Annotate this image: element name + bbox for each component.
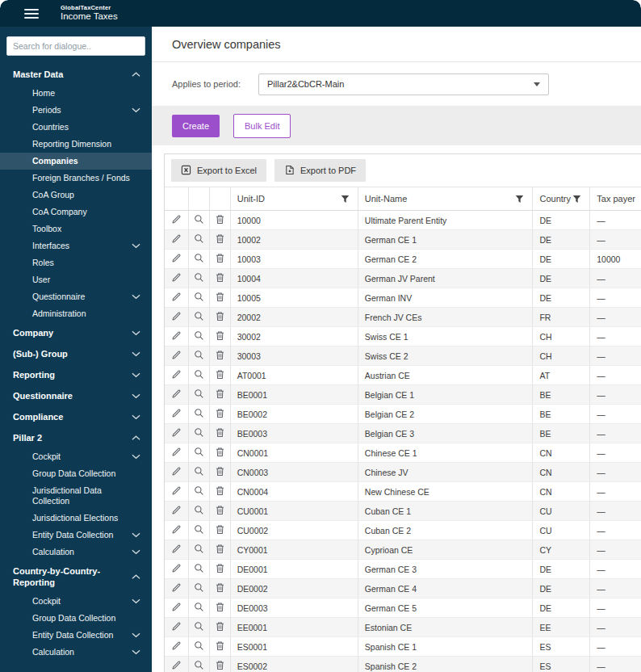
- edit-button[interactable]: [165, 269, 189, 288]
- edit-button[interactable]: [165, 211, 189, 229]
- view-button[interactable]: [189, 346, 210, 365]
- sidebar-item-user[interactable]: User: [0, 271, 152, 288]
- view-button[interactable]: [189, 366, 210, 384]
- delete-button[interactable]: [210, 288, 231, 307]
- sidebar-item-countries[interactable]: Countries: [0, 119, 152, 136]
- edit-button[interactable]: [165, 657, 189, 672]
- sidebar-item-cockpit[interactable]: Cockpit: [0, 448, 152, 465]
- sidebar-item-roles[interactable]: Roles: [0, 254, 152, 271]
- sidebar-item-interfaces[interactable]: Interfaces: [0, 237, 152, 254]
- delete-button[interactable]: [210, 443, 231, 462]
- view-button[interactable]: [189, 424, 210, 443]
- sidebar-section-company[interactable]: Company: [0, 322, 152, 343]
- delete-button[interactable]: [210, 521, 231, 540]
- edit-button[interactable]: [165, 366, 189, 384]
- view-button[interactable]: [189, 250, 210, 268]
- sidebar-section-reporting[interactable]: Reporting: [0, 364, 152, 385]
- sidebar-item-calculation[interactable]: Calculation: [0, 544, 152, 561]
- delete-button[interactable]: [210, 327, 231, 346]
- delete-button[interactable]: [210, 482, 231, 501]
- edit-button[interactable]: [165, 598, 189, 617]
- view-button[interactable]: [189, 385, 210, 404]
- edit-button[interactable]: [165, 618, 189, 636]
- delete-button[interactable]: [210, 560, 231, 578]
- view-button[interactable]: [189, 327, 210, 346]
- delete-button[interactable]: [210, 502, 231, 520]
- sidebar-item-entity-data-collection[interactable]: Entity Data Collection: [0, 627, 152, 644]
- sidebar-item-group-data-collection[interactable]: Group Data Collection: [0, 610, 152, 627]
- delete-button[interactable]: [210, 637, 231, 656]
- sidebar-section-questionnaire[interactable]: Questionnaire: [0, 385, 152, 406]
- edit-button[interactable]: [165, 579, 189, 598]
- delete-button[interactable]: [210, 385, 231, 404]
- edit-button[interactable]: [165, 405, 189, 423]
- sidebar-item-reporting-dimension[interactable]: Reporting Dimension: [0, 136, 152, 153]
- delete-button[interactable]: [210, 657, 231, 672]
- sidebar-item-entity-data-collection[interactable]: Entity Data Collection: [0, 527, 152, 544]
- view-button[interactable]: [189, 618, 210, 636]
- sidebar-item-coa-group[interactable]: CoA Group: [0, 187, 152, 204]
- view-button[interactable]: [189, 269, 210, 288]
- view-button[interactable]: [189, 211, 210, 229]
- edit-button[interactable]: [165, 385, 189, 404]
- edit-button[interactable]: [165, 443, 189, 462]
- view-button[interactable]: [189, 308, 210, 326]
- view-button[interactable]: [189, 405, 210, 423]
- sidebar-item-toolbox[interactable]: Toolbox: [0, 220, 152, 237]
- delete-button[interactable]: [210, 424, 231, 443]
- filter-icon[interactable]: [572, 195, 581, 204]
- edit-button[interactable]: [165, 482, 189, 501]
- edit-button[interactable]: [165, 502, 189, 520]
- delete-button[interactable]: [210, 346, 231, 365]
- sidebar-item-questionnaire[interactable]: Questionnaire: [0, 288, 152, 305]
- delete-button[interactable]: [210, 598, 231, 617]
- sidebar-section-compliance[interactable]: Compliance: [0, 406, 152, 427]
- sidebar-item-home[interactable]: Home: [0, 85, 152, 102]
- edit-button[interactable]: [165, 327, 189, 346]
- sidebar-section-master-data[interactable]: Master Data: [0, 64, 152, 85]
- delete-button[interactable]: [210, 308, 231, 326]
- filter-icon[interactable]: [341, 195, 350, 204]
- view-button[interactable]: [189, 463, 210, 481]
- delete-button[interactable]: [210, 366, 231, 384]
- view-button[interactable]: [189, 637, 210, 656]
- delete-button[interactable]: [210, 579, 231, 598]
- sidebar-section-pillar-2[interactable]: Pillar 2: [0, 427, 152, 448]
- view-button[interactable]: [189, 482, 210, 501]
- view-button[interactable]: [189, 443, 210, 462]
- sidebar-section-country-by-country-reporting[interactable]: Country-by-Country-Reporting: [0, 561, 152, 593]
- edit-button[interactable]: [165, 424, 189, 443]
- edit-button[interactable]: [165, 637, 189, 656]
- edit-button[interactable]: [165, 540, 189, 559]
- view-button[interactable]: [189, 230, 210, 249]
- export-to-excel-button[interactable]: Export to Excel: [171, 159, 266, 182]
- sidebar-item-cockpit[interactable]: Cockpit: [0, 593, 152, 610]
- view-button[interactable]: [189, 579, 210, 598]
- edit-button[interactable]: [165, 521, 189, 540]
- edit-button[interactable]: [165, 288, 189, 307]
- view-button[interactable]: [189, 657, 210, 672]
- sidebar-item-foreign-branches-fonds[interactable]: Foreign Branches / Fonds: [0, 170, 152, 187]
- delete-button[interactable]: [210, 230, 231, 249]
- export-to-pdf-button[interactable]: Export to PDF: [274, 159, 366, 182]
- sidebar-item-periods[interactable]: Periods: [0, 102, 152, 119]
- sidebar-item-administration[interactable]: Administration: [0, 305, 152, 322]
- view-button[interactable]: [189, 502, 210, 520]
- edit-button[interactable]: [165, 560, 189, 578]
- view-button[interactable]: [189, 540, 210, 559]
- hamburger-menu-icon[interactable]: [24, 6, 39, 21]
- sidebar-item-group-data-collection[interactable]: Group Data Collection: [0, 465, 152, 482]
- edit-button[interactable]: [165, 250, 189, 268]
- sidebar-item-jurisdictional-data-collection[interactable]: Jurisdictional Data Collection: [0, 482, 152, 510]
- delete-button[interactable]: [210, 540, 231, 559]
- delete-button[interactable]: [210, 269, 231, 288]
- view-button[interactable]: [189, 598, 210, 617]
- sidebar-item-coa-company[interactable]: CoA Company: [0, 204, 152, 220]
- edit-button[interactable]: [165, 346, 189, 365]
- delete-button[interactable]: [210, 211, 231, 229]
- view-button[interactable]: [189, 560, 210, 578]
- filter-icon[interactable]: [515, 195, 524, 204]
- sidebar-section-sub-group[interactable]: (Sub-) Group: [0, 343, 152, 364]
- view-button[interactable]: [189, 288, 210, 307]
- delete-button[interactable]: [210, 618, 231, 636]
